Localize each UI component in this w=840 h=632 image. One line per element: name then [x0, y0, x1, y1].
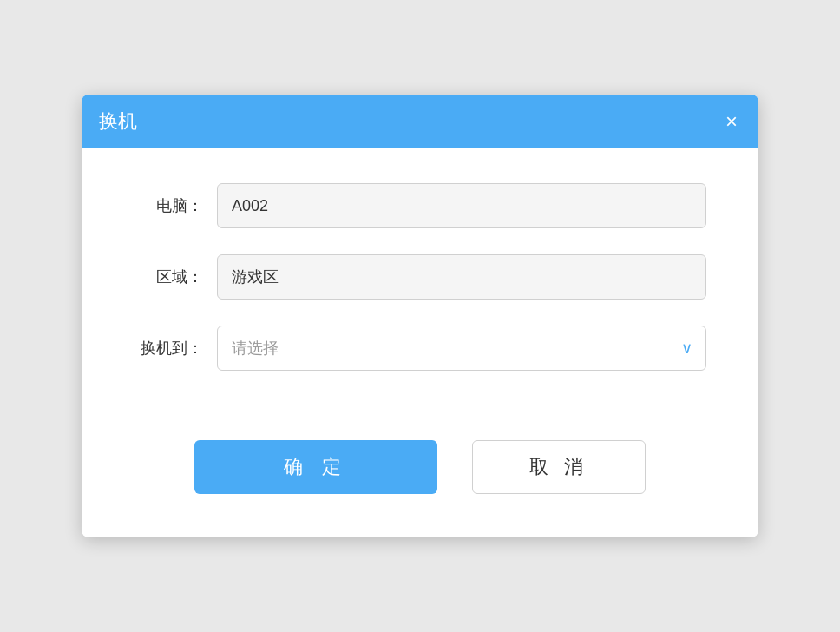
- switch-to-label: 换机到：: [134, 338, 203, 359]
- computer-input[interactable]: [217, 183, 706, 228]
- switch-to-row: 换机到： 请选择 ∨: [134, 326, 706, 371]
- computer-row: 电脑：: [134, 183, 706, 228]
- computer-label: 电脑：: [134, 195, 203, 216]
- dialog-title: 换机: [99, 109, 137, 135]
- dialog-footer: 确 定 取 消: [82, 440, 758, 537]
- confirm-button[interactable]: 确 定: [194, 440, 437, 494]
- cancel-button[interactable]: 取 消: [472, 440, 646, 494]
- dialog-container: 换机 × 电脑： 区域： 换机到： 请选择 ∨ 确 定 取 消: [82, 95, 758, 537]
- dialog-body: 电脑： 区域： 换机到： 请选择 ∨: [82, 148, 758, 440]
- region-label: 区域：: [134, 267, 203, 287]
- switch-to-wrapper: 请选择 ∨: [217, 326, 706, 371]
- close-button[interactable]: ×: [722, 111, 741, 132]
- region-row: 区域：: [134, 254, 706, 300]
- dialog-header: 换机 ×: [82, 95, 758, 148]
- region-input[interactable]: [217, 254, 706, 300]
- switch-to-select[interactable]: 请选择: [217, 326, 706, 371]
